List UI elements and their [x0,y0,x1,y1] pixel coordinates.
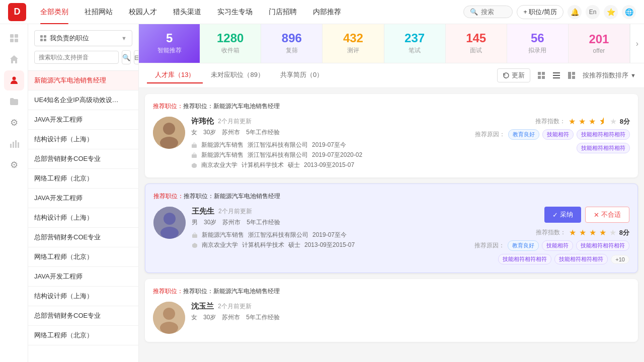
svg-point-30 [160,227,179,239]
job-list-item-2[interactable]: JAVA开发工程师 [28,110,138,130]
stat-num-2: 896 [282,32,302,44]
stat-item-1[interactable]: 1280 收件箱 [200,24,261,63]
card-position-0: 推荐职位：推荐职位：新能源汽车电池销售经理 [153,102,630,111]
main-layout: ⚙ ⚙ 我负责的职位 ▼ 🔍 ⊟ 新能源汽车电池销售经理 UE4知名企业IP高级… [0,24,644,362]
stat-label-4: 笔试 [409,46,421,55]
logo[interactable]: D [8,3,26,21]
view-icon-grid[interactable] [534,68,548,82]
job-list-item-6[interactable]: JAVA开发工程师 [28,189,138,208]
settings-icon-btn[interactable]: ⚙ [4,155,24,175]
job-list-item-5[interactable]: 网络工程师（北京） [28,169,138,189]
stat-item-5[interactable]: 145 面试 [446,24,507,63]
stat-num-0: 5 [166,32,173,44]
global-icon[interactable]: 🌐 [622,5,636,19]
svg-rect-10 [44,35,46,38]
stat-num-5: 145 [466,32,486,44]
nav-item-headhunter[interactable]: 猎头渠道 [165,0,209,24]
job-search-btn[interactable]: 🔍 [122,50,131,64]
candidate-card-2: 推荐职位：推荐职位：新能源汽车电池销售经理 沈玉兰 2个月前更新 女 30岁 [145,279,638,342]
svg-rect-18 [553,75,560,76]
job-list-item-11[interactable]: 结构设计师（上海） [28,287,138,306]
filter-btn[interactable]: ⊟ [134,50,139,64]
nav-item-store[interactable]: 门店招聘 [261,0,305,24]
job-search-input[interactable] [34,51,119,64]
nav-item-social[interactable]: 社招网站 [76,0,121,24]
stat-item-6[interactable]: 56 拟录用 [507,24,569,63]
reject-btn-1[interactable]: ✕ 不合适 [585,207,629,223]
dropdown-select[interactable]: 我负责的职位 ▼ [34,30,132,46]
tab-unmatched[interactable]: 未对应职位（89） [203,67,272,83]
job-list-item-0[interactable]: 新能源汽车电池销售经理 [28,71,138,90]
job-list-item-9[interactable]: 网络工程师（北京） [28,247,138,267]
svg-rect-21 [572,72,575,75]
stat-num-6: 56 [531,32,544,44]
basic-info-0: 女 30岁 苏州市 5年工作经验 [191,128,469,137]
avatar-1[interactable] [153,207,186,239]
svg-rect-31 [192,234,197,238]
home-icon-btn[interactable] [4,49,24,69]
name-1[interactable]: 王先生 [192,207,214,216]
stat-label-0: 智能推荐 [157,46,182,55]
job-list-item-10[interactable]: JAVA开发工程师 [28,267,138,287]
view-icons [534,68,579,82]
sort-btn[interactable]: 按推荐指数排序 ▼ [583,71,636,80]
nav-item-intern[interactable]: 实习生专场 [209,0,261,24]
update-btn[interactable]: 更新 [497,68,530,82]
grid-icon-btn[interactable] [4,28,24,48]
notification-icon[interactable]: 🔔 [568,5,582,19]
nav-item-all[interactable]: 全部类别 [32,0,76,24]
refresh-icon [503,72,510,79]
job-list-item-13[interactable]: 网络工程师（北京） [28,326,138,345]
post-btn[interactable]: + 职位/简历 [517,5,564,19]
content-toolbar: 人才库（13） 未对应职位（89） 共享简历（0） 更新 [139,63,644,88]
folder-icon-btn[interactable] [4,92,24,112]
job-list-item-3[interactable]: 结构设计师（上海） [28,130,138,149]
tab-talent-pool[interactable]: 人才库（13） [147,67,203,83]
search-box[interactable]: 🔍 [463,6,513,18]
avatar-2[interactable] [153,302,185,334]
avatar-0[interactable] [153,117,185,149]
view-icon-list[interactable] [549,68,564,82]
job-list-item-8[interactable]: 总部营销财务COE专业 [28,228,138,247]
stat-item-2[interactable]: 896 复筛 [261,24,323,63]
svg-rect-14 [542,72,545,75]
card-right-1: ✓ 采纳 ✕ 不合适 推荐指数： ★ ★ ★ [474,207,629,264]
work-icon [191,142,197,148]
chart-icon-btn[interactable] [4,134,24,154]
job-list-item-1[interactable]: UE4知名企业IP高级动效设… [28,90,138,110]
people-icon-btn[interactable] [4,70,24,90]
job-list-item-12[interactable]: 总部营销财务COE专业 [28,306,138,326]
star1b: ★ [569,228,576,237]
tab-shared[interactable]: 共享简历（0） [272,67,331,83]
view-icon-card[interactable] [565,68,579,82]
job-list-item-4[interactable]: 总部营销财务COE专业 [28,149,138,169]
svg-point-29 [164,213,176,225]
stat-item-4[interactable]: 237 笔试 [384,24,446,63]
stat-label-2: 复筛 [286,46,298,55]
star3b: ★ [589,228,596,237]
puzzle-icon-btn[interactable]: ⚙ [4,113,24,133]
candidate-list: 推荐职位：推荐职位：新能源汽车电池销售经理 许玮伦 2个月前更新 女 30岁 [139,88,644,362]
favorite-icon[interactable]: ⭐ [604,5,618,19]
tag-0-2: 技能相符相符相符 [577,129,630,140]
star5: ★ [610,117,617,126]
basic-info-2: 女 30岁 苏州市 5年工作经验 [191,313,630,322]
nav-item-campus[interactable]: 校园人才 [121,0,165,24]
accept-btn-1[interactable]: ✓ 采纳 [544,207,581,223]
job-list: 新能源汽车电池销售经理 UE4知名企业IP高级动效设… JAVA开发工程师 结构… [28,71,138,362]
exp-row2-0: 新能源汽车销售 浙江智泓科技有限公司 2019-07至2020-02 [191,151,469,159]
tabs-row: 人才库（13） 未对应职位（89） 共享简历（0） [147,67,331,83]
name-2[interactable]: 沈玉兰 [191,302,214,311]
basic-info-1: 男 30岁 苏州市 5年工作经验 [192,218,468,227]
search-input[interactable] [481,8,506,16]
stat-item-0[interactable]: 5 智能推荐 [139,24,200,63]
lang-icon[interactable]: En [586,5,600,19]
job-list-item-7[interactable]: 结构设计师（上海） [28,208,138,228]
stat-item-7[interactable]: 201 offer [569,24,630,63]
name-0[interactable]: 许玮伦 [191,117,214,126]
star4: ⯨ [599,117,607,126]
nav-item-internal[interactable]: 内部推荐 [305,0,349,24]
candidate-card-0: 推荐职位：推荐职位：新能源汽车电池销售经理 许玮伦 2个月前更新 女 30岁 [145,94,638,177]
stat-item-3[interactable]: 432 测评 [323,24,384,63]
stats-next-btn[interactable]: › [630,24,644,63]
